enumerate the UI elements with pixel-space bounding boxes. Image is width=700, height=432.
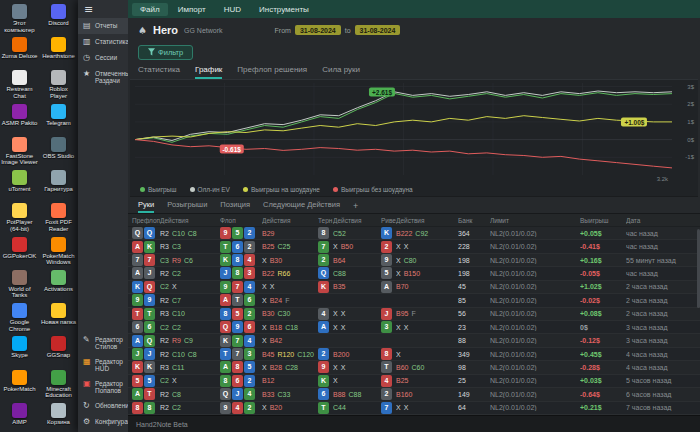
action-token: B95 bbox=[396, 310, 408, 317]
sidebar-item-sessions[interactable]: ◷Сессии bbox=[78, 50, 128, 66]
desktop-icon-zuma-deluxe[interactable]: Zuma Deluxe bbox=[0, 35, 39, 68]
card-Tc: T bbox=[318, 402, 329, 414]
date-to-label: to bbox=[345, 27, 351, 34]
hand-row[interactable]: AQR2R9C9K74XB4288NL2(0.01/0.02)-0.12$3 ч… bbox=[128, 334, 700, 347]
sidebar-item-style-editor[interactable]: ✎Редактор Стилов bbox=[78, 332, 128, 354]
card-4c: 4 bbox=[244, 388, 255, 400]
desktop-icon-pokermatch[interactable]: PokerMatch bbox=[0, 368, 39, 401]
date-to-pill[interactable]: 31-08-2024 bbox=[355, 25, 401, 35]
desktop-icon-restream-chat[interactable]: Restream Chat bbox=[0, 68, 39, 101]
hand-row[interactable]: AKR3C3T62B25C257XB502XX228NL2(0.01/0.02)… bbox=[128, 240, 700, 253]
card-7h: 7 bbox=[232, 281, 243, 293]
hand-row[interactable]: 55C2X862B12KX4B2525NL2(0.01/0.02)+0.03$5… bbox=[128, 375, 700, 388]
legend-item[interactable]: Выигрыш на шоудауне bbox=[243, 186, 320, 193]
desktop-icon-world-of-tanks[interactable]: World of Tanks bbox=[0, 268, 39, 301]
action-token: X bbox=[396, 257, 401, 264]
player-name: Hero bbox=[153, 24, 178, 36]
action-token: B50 bbox=[341, 243, 353, 250]
telegram-icon bbox=[51, 104, 66, 119]
hand-row[interactable]: QQR2C10C8952B298C52KB222C92364NL2(0.01/0… bbox=[128, 227, 700, 240]
desktop-icon-asmr-pakito[interactable]: ASMR Pakito bbox=[0, 102, 39, 135]
chart-value-badge: +1.00$ bbox=[621, 117, 647, 126]
flop-actions: XB28C28 bbox=[262, 364, 318, 371]
desktop-icon-ggpokerok[interactable]: GGPokerOK bbox=[0, 235, 39, 268]
desktop-icon-label: PokerMatch bbox=[2, 385, 36, 393]
desktop-icon-minecraft-education[interactable]: Minecraft Education bbox=[39, 368, 78, 401]
legend-item[interactable]: Выигрыш bbox=[140, 186, 177, 193]
player-header: ♠ Hero GG Network From 31-08-2024 to 31-… bbox=[128, 18, 700, 42]
desktop-icon-discord[interactable]: Discord bbox=[39, 2, 78, 35]
desktop-icon-roblox-player[interactable]: Roblox Player bbox=[39, 68, 78, 101]
action-token: C2 bbox=[160, 324, 169, 331]
tab-hand-strength[interactable]: Сила руки bbox=[322, 65, 360, 79]
table-tab-hands[interactable]: Руки bbox=[138, 200, 154, 213]
desktop-icon-google-chrome[interactable]: Google Chrome bbox=[0, 301, 39, 334]
garnitura-icon bbox=[51, 170, 66, 185]
desktop-icon-skype[interactable]: Skype bbox=[0, 334, 39, 367]
hand-row[interactable]: TTR3C10852B30C304XXJB95F56NL2(0.01/0.02)… bbox=[128, 308, 700, 321]
desktop-icon-obs-studio[interactable]: OBS Studio bbox=[39, 135, 78, 168]
desktop-icon-utorrent[interactable]: uTorrent bbox=[0, 168, 39, 201]
desktop-icon-new-folder[interactable]: Новая папка bbox=[39, 301, 78, 334]
hamburger-menu-icon[interactable]: ≡ bbox=[78, 0, 128, 18]
flop-cards: Q96 bbox=[220, 321, 262, 333]
action-token: X bbox=[396, 324, 401, 331]
tab-graph[interactable]: График bbox=[195, 65, 222, 79]
hand-row[interactable]: ATR2C8QJ4B33C336B88C882B160149NL2(0.01/0… bbox=[128, 388, 700, 401]
hand-row[interactable]: KKR3C11A85XB28C289XXTB60C6098NL2(0.01/0.… bbox=[128, 361, 700, 374]
card-As: A bbox=[381, 281, 392, 293]
hand-row[interactable]: JJR2C10C8T73B45R120C1202B2008X349NL2(0.0… bbox=[128, 348, 700, 361]
menu-item-import[interactable]: Импорт bbox=[170, 3, 214, 16]
sidebar-item-popup-editor[interactable]: ▣Редактор Попапов bbox=[78, 376, 128, 398]
hand-row[interactable]: 88R2C2942XB20TC447XX64NL2(0.01/0.02)+0.2… bbox=[128, 402, 700, 415]
hand-row[interactable]: 77C3R9C6K84XB302B649XC80198NL2(0.01/0.02… bbox=[128, 254, 700, 267]
stakes-label: NL2(0.01/0.02) bbox=[490, 324, 580, 331]
legend-item[interactable]: Выигрыш без шоудауна bbox=[333, 186, 413, 193]
desktop-icon-pokermatch-windows[interactable]: PokerMatch Windows bbox=[39, 235, 78, 268]
sidebar-item-label: Отчеты bbox=[95, 22, 117, 29]
menu-item-file[interactable]: Файл bbox=[132, 3, 168, 16]
stakes-label: NL2(0.01/0.02) bbox=[490, 297, 580, 304]
sidebar-item-marked-hands[interactable]: ★Отмеченные Раздачи bbox=[78, 66, 128, 88]
desktop-icon-ggsnap[interactable]: GGSnap bbox=[39, 334, 78, 367]
tab-statistics[interactable]: Статистика bbox=[138, 65, 180, 79]
river-actions: XB150 bbox=[396, 270, 458, 277]
column-header: Флоп bbox=[220, 217, 262, 224]
date-from-pill[interactable]: 31-08-2024 bbox=[295, 25, 341, 35]
desktop-icon-aimp[interactable]: AIMP bbox=[0, 401, 39, 432]
desktop-icon-recycle-bin[interactable]: Корзина bbox=[39, 401, 78, 432]
sidebar-item-reports[interactable]: ▤Отчеты bbox=[78, 18, 128, 34]
legend-item[interactable]: Олл-ин EV bbox=[190, 186, 230, 193]
tab-preflop-decisions[interactable]: Префлоп решения bbox=[237, 65, 307, 79]
desktop-icon-faststone-viewer[interactable]: FastStone Image Viewer bbox=[0, 135, 39, 168]
desktop-icon-hearthstone[interactable]: Hearthstone bbox=[39, 35, 78, 68]
desktop-icon-activations[interactable]: Activations bbox=[39, 268, 78, 301]
column-header: Выигрыш bbox=[580, 217, 626, 224]
desktop-icon-this-pc[interactable]: Этот компьютер bbox=[0, 2, 39, 35]
menu-item-tools[interactable]: Инструменты bbox=[251, 3, 317, 16]
desktop-icon-potplayer[interactable]: PotPlayer (64-bit) bbox=[0, 201, 39, 234]
action-token: B88 bbox=[333, 391, 345, 398]
filter-button[interactable]: Фильтр bbox=[138, 45, 193, 60]
hand-row[interactable]: AJR2C2J83B22R66QC885XB150198NL2(0.01/0.0… bbox=[128, 267, 700, 280]
menu-item-hud[interactable]: HUD bbox=[216, 3, 249, 16]
table-tab-position[interactable]: Позиция bbox=[220, 200, 250, 213]
chart-value-badge: -0.61$ bbox=[219, 145, 243, 154]
action-token: C9 bbox=[184, 337, 193, 344]
action-token: R3 bbox=[160, 310, 169, 317]
table-tab-next-actions[interactable]: Следующие Действия bbox=[263, 200, 340, 213]
add-tab-button[interactable]: + bbox=[353, 201, 358, 213]
desktop-icon-telegram[interactable]: Telegram bbox=[39, 102, 78, 135]
hand-row[interactable]: 66C2C2Q96XB18C18AXX3XX23NL2(0.01/0.02)0$… bbox=[128, 321, 700, 334]
sidebar-item-configuration[interactable]: ⚙Конфигурация bbox=[78, 414, 128, 430]
table-tab-lines[interactable]: Розыгрыши bbox=[167, 200, 207, 213]
sidebar-item-updates[interactable]: ↻Обновления bbox=[78, 398, 128, 414]
hand-row[interactable]: KQC2X974XXKB35AB7045NL2(0.01/0.02)+1.02$… bbox=[128, 281, 700, 294]
hand-row[interactable]: 99R2C7AT6XB24F85NL2(0.01/0.02)-0.02$2 ча… bbox=[128, 294, 700, 307]
sidebar-item-statistics[interactable]: ▥Статистика bbox=[78, 34, 128, 50]
sidebar-item-hud-editor[interactable]: ▦Редактор HUD bbox=[78, 354, 128, 376]
desktop-icon-garnitura[interactable]: Гарнитура bbox=[39, 168, 78, 201]
desktop-icon-label: OBS Studio bbox=[42, 152, 75, 160]
stakes-label: NL2(0.01/0.02) bbox=[490, 377, 580, 384]
desktop-icon-foxit-reader[interactable]: Foxit PDF Reader bbox=[39, 201, 78, 234]
